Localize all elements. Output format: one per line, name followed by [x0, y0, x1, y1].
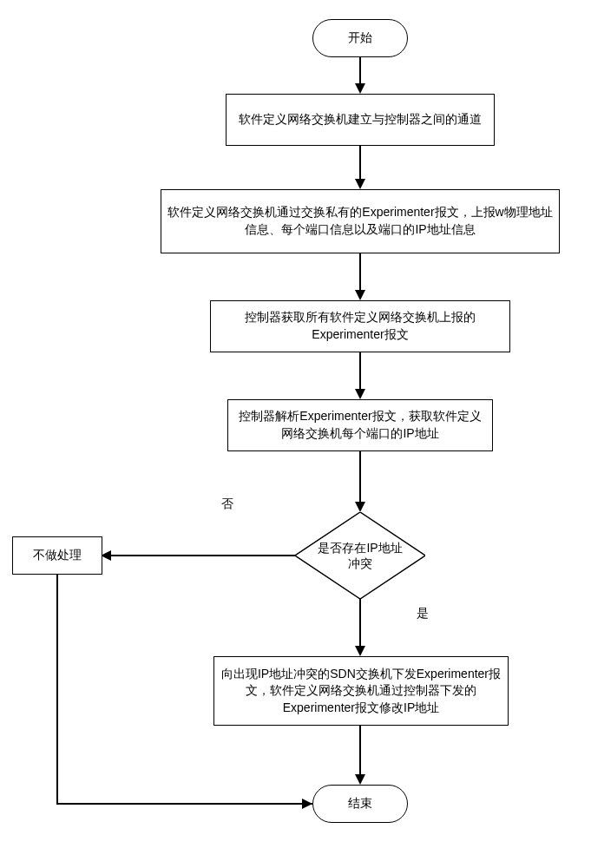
- arrow-head: [355, 389, 365, 399]
- process-step4: 控制器解析Experimenter报文，获取软件定义网络交换机每个端口的IP地址: [227, 399, 493, 451]
- process-step5: 向出现IP地址冲突的SDN交换机下发Experimenter报文，软件定义网络交…: [213, 656, 509, 726]
- noop-text: 不做处理: [33, 547, 82, 564]
- process-step1: 软件定义网络交换机建立与控制器之间的通道: [226, 94, 495, 146]
- step1-text: 软件定义网络交换机建立与控制器之间的通道: [239, 111, 482, 128]
- step2-text: 软件定义网络交换机通过交换私有的Experimenter报文，上报w物理地址信息…: [167, 204, 554, 238]
- process-noop: 不做处理: [12, 536, 102, 575]
- step5-text: 向出现IP地址冲突的SDN交换机下发Experimenter报文，软件定义网络交…: [220, 666, 502, 717]
- arrow-head: [355, 502, 365, 512]
- edge-yes: [359, 599, 361, 648]
- arrow-head: [355, 290, 365, 300]
- decision-text: 是否存在IP地址冲突: [312, 540, 408, 571]
- edge-noop-end: [56, 803, 312, 805]
- edge: [359, 146, 361, 181]
- edge-noop-end: [56, 575, 58, 804]
- end-label: 结束: [348, 795, 372, 812]
- decision-ip-conflict: 是否存在IP地址冲突: [295, 512, 425, 599]
- arrow-head: [355, 83, 365, 94]
- terminal-end: 结束: [312, 785, 408, 823]
- arrow-head: [355, 646, 365, 656]
- flowchart: 开始 软件定义网络交换机建立与控制器之间的通道 软件定义网络交换机通过交换私有的…: [0, 0, 591, 868]
- arrow-head: [355, 179, 365, 189]
- start-label: 开始: [348, 30, 372, 47]
- edge: [359, 352, 361, 391]
- edge: [359, 253, 361, 292]
- process-step2: 软件定义网络交换机通过交换私有的Experimenter报文，上报w物理地址信息…: [161, 189, 560, 253]
- arrow-head: [302, 799, 312, 809]
- arrow-head: [355, 774, 365, 785]
- edge-no: [111, 555, 295, 556]
- edge: [359, 451, 361, 503]
- terminal-start: 开始: [312, 19, 408, 57]
- edge: [359, 57, 361, 85]
- edge: [359, 726, 361, 776]
- step4-text: 控制器解析Experimenter报文，获取软件定义网络交换机每个端口的IP地址: [233, 408, 487, 442]
- step3-text: 控制器获取所有软件定义网络交换机上报的Experimenter报文: [216, 309, 504, 343]
- label-yes: 是: [417, 606, 429, 621]
- label-no: 否: [221, 496, 233, 512]
- process-step3: 控制器获取所有软件定义网络交换机上报的Experimenter报文: [210, 300, 510, 352]
